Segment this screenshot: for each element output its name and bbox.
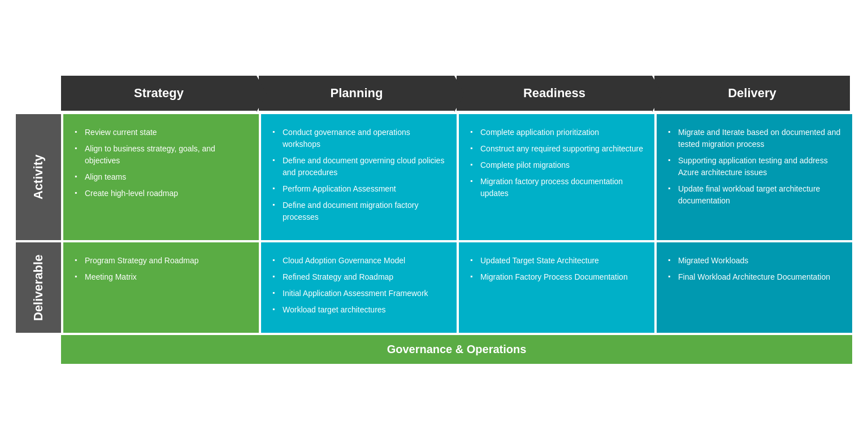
list-item: Workload target architectures	[272, 304, 445, 316]
header-delivery: Delivery	[654, 76, 850, 111]
governance-section: Governance & Operations	[16, 335, 852, 364]
deliverable-delivery-list: Migrated Workloads Final Workload Archit…	[668, 255, 841, 283]
list-item: Construct any required supporting archit…	[470, 143, 643, 155]
activity-readiness-list: Complete application prioritization Cons…	[470, 127, 643, 199]
header-planning: Planning	[259, 76, 454, 111]
header-row: Strategy Planning Readiness Delivery	[16, 76, 852, 111]
deliverable-readiness-list: Updated Target State Architecture Migrat…	[470, 255, 643, 283]
list-item: Program Strategy and Roadmap	[75, 255, 248, 267]
activity-delivery-cell: Migrate and Iterate based on documented …	[657, 114, 852, 240]
list-item: Review current state	[75, 127, 248, 138]
list-item: Refined Strategy and Roadmap	[272, 271, 445, 283]
activity-delivery-list: Migrate and Iterate based on documented …	[668, 127, 841, 207]
list-item: Cloud Adoption Governance Model	[272, 255, 445, 267]
list-item: Define and document governing cloud poli…	[272, 155, 445, 179]
bottom-spacer	[16, 335, 61, 364]
list-item: Complete pilot migrations	[470, 159, 643, 171]
activity-readiness-cell: Complete application prioritization Cons…	[459, 114, 654, 240]
list-item: Complete application prioritization	[470, 127, 643, 138]
header-strategy: Strategy	[61, 76, 257, 111]
list-item: Migration Factory Process Documentation	[470, 271, 643, 283]
list-item: Conduct governance and operations worksh…	[272, 127, 445, 150]
list-item: Perform Application Assessment	[272, 183, 445, 195]
activity-strategy-cell: Review current state Align to business s…	[63, 114, 259, 240]
deliverable-strategy-cell: Program Strategy and Roadmap Meeting Mat…	[63, 242, 259, 333]
deliverable-strategy-list: Program Strategy and Roadmap Meeting Mat…	[75, 255, 248, 283]
list-item: Meeting Matrix	[75, 271, 248, 283]
main-grid: Activity Review current state Align to b…	[16, 114, 852, 333]
list-item: Migrate and Iterate based on documented …	[668, 127, 841, 150]
list-item: Create high-level roadmap	[75, 188, 248, 199]
list-item: Migration factory process documentation …	[470, 176, 643, 199]
deliverable-label: Deliverable	[16, 242, 61, 333]
list-item: Define and document migration factory pr…	[272, 199, 445, 223]
list-item: Migrated Workloads	[668, 255, 841, 267]
deliverable-readiness-cell: Updated Target State Architecture Migrat…	[459, 242, 654, 333]
main-container: Strategy Planning Readiness Delivery Act…	[16, 76, 852, 364]
activity-planning-cell: Conduct governance and operations worksh…	[261, 114, 457, 240]
governance-bar: Governance & Operations	[61, 335, 852, 364]
list-item: Final Workload Architecture Documentatio…	[668, 271, 841, 283]
activity-label: Activity	[16, 114, 61, 240]
header-readiness: Readiness	[457, 76, 652, 111]
list-item: Updated Target State Architecture	[470, 255, 643, 267]
list-item: Supporting application testing and addre…	[668, 155, 841, 179]
deliverable-planning-cell: Cloud Adoption Governance Model Refined …	[261, 242, 457, 333]
deliverable-delivery-cell: Migrated Workloads Final Workload Archit…	[657, 242, 852, 333]
list-item: Align to business strategy, goals, and o…	[75, 143, 248, 167]
deliverable-planning-list: Cloud Adoption Governance Model Refined …	[272, 255, 445, 316]
activity-strategy-list: Review current state Align to business s…	[75, 127, 248, 199]
list-item: Align teams	[75, 171, 248, 183]
list-item: Initial Application Assessment Framework	[272, 288, 445, 299]
activity-planning-list: Conduct governance and operations worksh…	[272, 127, 445, 223]
list-item: Update final workload target architectur…	[668, 183, 841, 207]
header-spacer	[16, 76, 61, 111]
